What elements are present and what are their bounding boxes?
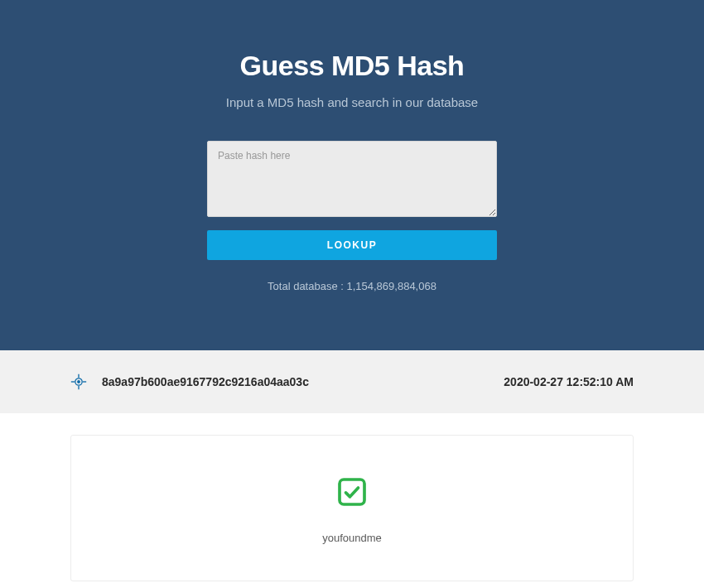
page-title: Guess MD5 Hash [17,50,687,82]
hero-section: Guess MD5 Hash Input a MD5 hash and sear… [0,0,704,350]
checkmark-icon [335,475,369,508]
timestamp: 2020-02-27 12:52:10 AM [504,375,634,388]
lookup-button[interactable]: LOOKUP [207,230,497,260]
result-bar-wrap: 8a9a97b600ae9167792c9216a04aa03c 2020-02… [0,350,704,413]
target-icon [70,374,87,390]
lookup-form: LOOKUP Total database : 1,154,869,884,06… [207,141,497,292]
result-card-wrap: youfoundme [0,413,704,588]
result-card: youfoundme [70,435,634,581]
hash-display: 8a9a97b600ae9167792c9216a04aa03c [70,374,309,390]
svg-point-1 [78,381,80,383]
page-subtitle: Input a MD5 hash and search in our datab… [17,95,687,109]
database-stats: Total database : 1,154,869,884,068 [207,280,497,292]
result-bar: 8a9a97b600ae9167792c9216a04aa03c 2020-02… [70,350,634,413]
result-text: youfoundme [88,532,616,544]
svg-rect-6 [340,480,364,504]
hash-value: 8a9a97b600ae9167792c9216a04aa03c [102,375,309,388]
hash-input[interactable] [207,141,497,217]
